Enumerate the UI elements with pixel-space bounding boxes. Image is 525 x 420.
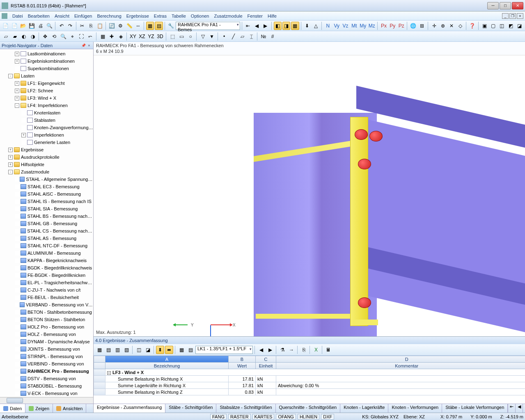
tree-item[interactable]: STAHL - Allgemeine Spannungsanalyse <box>0 176 93 183</box>
tree-item[interactable]: +LF3: Wind + X <box>0 94 93 102</box>
rt-toggle-icon[interactable]: ⬍ <box>156 346 164 354</box>
nav-first-icon[interactable]: ⇤ <box>244 22 252 30</box>
snap2-icon[interactable]: ⊕ <box>439 22 447 30</box>
close-button[interactable]: ✕ <box>512 2 523 9</box>
mdi-minimize-button[interactable]: _ <box>502 13 509 19</box>
rt-icon[interactable]: ▤ <box>186 346 195 354</box>
tree-item[interactable]: +Ergebnisse <box>0 146 93 153</box>
rt-next-icon[interactable]: ▶ <box>266 346 274 354</box>
tree-item[interactable]: -Zusatzmodule <box>0 168 93 176</box>
wire-icon[interactable]: ▱ <box>2 32 10 41</box>
menu-ansicht[interactable]: Ansicht <box>55 14 69 18</box>
tree-expand-icon[interactable]: + <box>8 155 13 160</box>
menu-zusatzmodule[interactable]: Zusatzmodule <box>214 14 243 18</box>
menu-datei[interactable]: Datei <box>12 14 23 18</box>
tree-item[interactable]: FE-BEUL - Beulsicherheit <box>0 294 93 301</box>
open-icon[interactable]: 📂 <box>19 22 27 30</box>
workplane-icon[interactable]: ◈ <box>117 32 125 41</box>
menu-hilfe[interactable]: Hilfe <box>268 14 277 18</box>
save-icon[interactable]: 💾 <box>28 22 36 30</box>
rt-icon[interactable]: ◪ <box>144 346 152 354</box>
grid-icon[interactable]: ▦ <box>99 32 107 41</box>
tree-item[interactable]: STAHL NTC-DF - Bemessung <box>0 242 93 249</box>
res-toggle1-icon[interactable]: ◧ <box>274 22 282 30</box>
tree-item[interactable]: Superkombinationen <box>0 65 93 72</box>
rt-toggle-icon[interactable]: ⬌ <box>165 346 173 354</box>
sel-icon[interactable]: ⬚ <box>168 32 177 41</box>
viewyz-icon[interactable]: YZ <box>147 32 155 41</box>
maximize-button[interactable]: □ <box>500 2 511 9</box>
status-toggle-hlinien[interactable]: HLINIEN <box>298 414 319 420</box>
panel-toggle-icon[interactable]: ▤ <box>155 22 163 30</box>
display4-icon[interactable]: ◩ <box>507 22 515 30</box>
viewxz-icon[interactable]: XZ <box>138 32 146 41</box>
menu-berechnung[interactable]: Berechnung <box>97 14 121 18</box>
navigator-hscroll[interactable] <box>0 397 93 404</box>
tree-item[interactable]: Stablasten <box>0 116 93 124</box>
viewxy-icon[interactable]: XY <box>129 32 137 41</box>
solid-icon[interactable]: ▰ <box>11 32 19 41</box>
module-icon[interactable]: 🔧 <box>167 22 175 30</box>
ortho-icon[interactable]: ⊞ <box>418 22 426 30</box>
tree-item[interactable]: HOLZ - Bemessung von <box>0 331 93 338</box>
cell-komm[interactable] <box>276 389 525 395</box>
res-n-icon[interactable]: N <box>324 22 332 30</box>
tree-expand-icon[interactable]: + <box>8 162 13 167</box>
tree-expand-icon[interactable]: + <box>21 133 26 137</box>
nav-tab-daten[interactable]: Daten <box>0 404 25 413</box>
tree-item[interactable]: STAHL SIA - Bemessung <box>0 205 93 212</box>
tree-expand-icon[interactable]: + <box>15 52 19 56</box>
cell-einheit[interactable]: kN <box>256 389 276 395</box>
rt-export-icon[interactable]: ⎘ <box>300 346 308 354</box>
refresh-icon[interactable]: 🔄 <box>108 22 116 30</box>
tree-item[interactable]: STAHL BS - Bemessung nach BS <box>0 212 93 220</box>
rtab-staebe-lokverf[interactable]: Stäbe - Lokale Verformungen <box>442 404 508 413</box>
rtab-summary[interactable]: Ergebnisse - Zusammenfassung <box>94 404 165 413</box>
paste-icon[interactable]: 📋 <box>96 22 103 30</box>
header-bezeichnung[interactable]: Bezeichnung <box>105 363 229 369</box>
tree-item[interactable]: -LF4: Imperfektionen <box>0 102 93 109</box>
cell-wert[interactable]: 0.83 <box>229 389 256 395</box>
filter2-icon[interactable]: ▼ <box>208 32 216 41</box>
rt-icon[interactable]: ▦ <box>95 346 103 354</box>
shade-icon[interactable]: ◐ <box>20 32 28 41</box>
results-grid[interactable]: A B C D Bezeichnung Wert Einheit Komment… <box>94 356 525 404</box>
app-menu-icon[interactable] <box>2 13 7 19</box>
tree-item[interactable]: +Ergebniskombinationen <box>0 57 93 65</box>
results-lc-combo[interactable]: LK1 - 1.35*LF1 + 1.5*LF <box>195 346 253 354</box>
mdi-close-button[interactable]: × <box>517 13 523 19</box>
cut-icon[interactable]: ✂ <box>78 22 86 30</box>
copy-icon[interactable]: ⎘ <box>87 22 95 30</box>
tree-item[interactable]: V-ECK - Bemessung von <box>0 390 93 397</box>
group-cell[interactable]: −LF3 - Wind + X <box>105 369 525 376</box>
table-toggle-icon[interactable]: ▦ <box>146 22 154 30</box>
collapse-icon[interactable]: − <box>107 371 111 375</box>
dim-icon[interactable]: ↔ <box>134 22 142 30</box>
zoomwin-icon[interactable]: ⌖ <box>68 32 76 41</box>
snap4-icon[interactable]: ◇ <box>456 22 464 30</box>
tree-item[interactable]: DSTV - Bemessung von <box>0 375 93 382</box>
tree-item[interactable]: C-ZU-T - Nachweis von c/t <box>0 286 93 294</box>
help-icon[interactable]: ❓ <box>468 22 476 30</box>
tree-item[interactable]: Knotenlasten <box>0 109 93 116</box>
header-einheit[interactable]: Einheit <box>256 363 276 369</box>
res-px-icon[interactable]: Px <box>380 22 387 30</box>
nav-tab-ansichten[interactable]: Ansichten <box>53 404 86 413</box>
tree-expand-icon[interactable]: + <box>15 96 19 100</box>
res-mt-icon[interactable]: Mt <box>350 22 358 30</box>
num-node-icon[interactable]: № <box>259 32 268 41</box>
tree-item[interactable]: FE-BGDK - Biegedrillknicken <box>0 272 93 279</box>
cell-bez[interactable]: Summe Lagerkräfte in Richtung X <box>105 382 229 389</box>
tree-item[interactable]: STAHL CS - Bemessung nach CS <box>0 227 93 235</box>
navigator-tree[interactable]: +Lastkombinationen+Ergebniskombinationen… <box>0 49 93 397</box>
col-C[interactable]: C <box>256 356 276 363</box>
status-toggle-fang[interactable]: FANG <box>210 414 227 420</box>
cell-wert[interactable]: 17.81 <box>229 382 256 389</box>
header-kommentar[interactable]: Kommentar <box>276 363 525 369</box>
module-combo[interactable]: RAHMECK Pro FA1 - Bemes <box>176 22 240 30</box>
sel3-icon[interactable]: ○ <box>186 32 195 41</box>
rtab-staebe-sg[interactable]: Stäbe - Schnittgrößen <box>165 404 216 413</box>
tree-item[interactable]: Generierte Lasten <box>0 139 93 146</box>
res-vz-icon[interactable]: Vz <box>342 22 349 30</box>
menu-fenster[interactable]: Fenster <box>248 14 263 18</box>
